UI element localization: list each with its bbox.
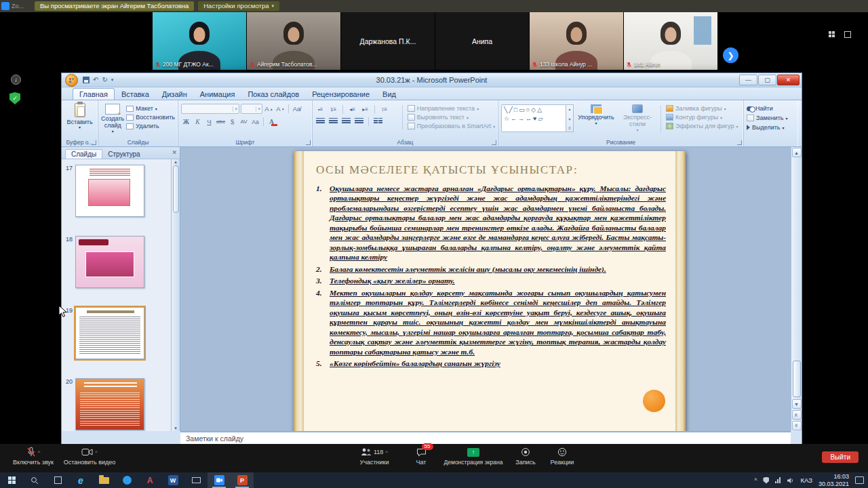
meeting-info-icon[interactable]: i [11,75,21,85]
taskbar-app-edge[interactable]: e [69,472,92,488]
taskbar-app-word[interactable]: W [161,472,184,488]
security-shield-icon[interactable] [763,477,769,484]
align-text-button[interactable]: Выровнять текст ▾ [408,114,495,121]
participant-video-tile[interactable]: 141 Айгул [624,12,717,70]
view-settings-button[interactable]: Настройки просмотра ▾ [198,1,279,11]
quick-styles-button[interactable]: Экспресс-стили ▾ [618,102,656,132]
dialog-launcher-icon[interactable] [306,140,311,145]
bold-button[interactable]: Ж [181,117,191,127]
slide-thumbnail-image[interactable] [75,378,144,430]
tab-design[interactable]: Дизайн [156,89,193,100]
tab-outline[interactable]: Структура [102,150,145,159]
language-indicator[interactable]: КАЗ [800,476,812,484]
align-right-button[interactable] [341,117,351,126]
taskbar-app-display[interactable] [184,472,208,488]
reset-button[interactable]: Восстановить [126,114,175,121]
taskbar-clock[interactable]: 16:03 30.03.2021 [818,473,849,487]
participant-video-tile[interactable]: 133 школа Айнур ... [530,12,623,70]
minimize-button[interactable]: — [739,75,757,85]
previous-slide-button[interactable]: « [792,410,802,420]
scrollbar-thumb[interactable] [173,165,179,213]
dialog-launcher-icon[interactable] [92,140,96,145]
participant-novideo-tile[interactable]: Анипа [435,12,529,70]
next-slide-button[interactable]: « [792,421,802,430]
replace-button[interactable]: Заменить ▾ [747,115,795,121]
tab-view[interactable]: Вид [376,89,402,100]
scrollbar-track[interactable] [792,158,802,399]
shapes-gallery[interactable]: ╲╱□▭○◇△☆←→↔♥▱ [501,104,566,132]
redo-icon[interactable]: ↻ [102,77,107,83]
tab-slides-thumbnails[interactable]: Слайды [65,149,102,159]
search-button[interactable] [23,472,46,488]
line-spacing-button[interactable]: ↕≡ [379,104,389,114]
fullscreen-icon[interactable] [844,31,851,38]
text-shadow-button[interactable]: S [227,117,237,127]
scroll-down-icon[interactable]: ▼ [174,426,178,430]
notes-pane[interactable]: Заметки к слайду [180,431,791,445]
participant-video-tile[interactable]: 200 МГ ДТЖО Ак... [153,12,246,70]
taskbar-app-powerpoint[interactable]: P [231,472,254,488]
shape-outline-button[interactable]: Контур фигуры ▾ [666,114,738,121]
gallery-view-icon[interactable] [829,31,836,38]
find-button[interactable]: Найти [747,105,795,112]
slide-thumbnail-image[interactable] [75,165,144,217]
shrink-font-button[interactable]: А▼ [275,104,285,114]
participants-button[interactable]: 118 ^ Участники [350,447,399,466]
align-center-button[interactable] [328,117,338,126]
participant-video-tile[interactable]: Айгерим Тасболатов... [247,12,340,70]
scrollbar-thumb[interactable] [793,361,801,397]
shapes-gallery-scrollbar[interactable]: ▴▾≡ [566,104,574,132]
chevron-up-icon[interactable]: ^ [95,449,98,455]
main-scrollbar[interactable]: ▲ ▼ « « [791,147,802,431]
start-button[interactable] [0,472,23,488]
participant-novideo-tile[interactable]: Даржанова П.К... [341,12,435,70]
select-button[interactable]: Выделить ▾ [747,124,795,131]
scroll-up-icon[interactable]: ▲ [174,160,178,164]
convert-smartart-button[interactable]: Преобразовать в SmartArt ▾ [408,123,495,129]
close-panel-icon[interactable]: ✕ [172,149,177,156]
new-slide-button[interactable]: Создать слайд ▾ [101,102,124,134]
speaker-icon[interactable] [787,477,794,484]
office-button[interactable] [65,74,78,87]
layout-button[interactable]: Макет ▾ [126,105,175,112]
thumbnails-scrollbar[interactable]: ▲ ▼ [171,159,180,431]
customize-qat-icon[interactable]: ▾ [111,77,114,83]
character-spacing-button[interactable]: AV [239,117,249,127]
chevron-up-icon[interactable]: ^ [385,449,388,455]
font-name-combo[interactable]: ▾ [181,104,239,114]
scroll-up-icon[interactable]: ▲ [792,148,802,157]
slide-thumbnail[interactable]: 19 [62,307,171,359]
slide-thumbnail[interactable]: 20 [62,378,171,430]
justify-button[interactable] [354,117,364,126]
network-signal-icon[interactable] [775,477,781,483]
next-participants-button[interactable]: ❯ [723,47,738,63]
tab-home[interactable]: Главная [73,88,115,100]
unmute-button[interactable]: ^ Включить звук [7,447,60,466]
numbering-button[interactable]: 1≡ [328,104,338,114]
slide-thumbnail[interactable]: 18 [62,236,171,288]
slide-thumbnail-image-selected[interactable] [75,307,144,359]
tab-animation[interactable]: Анимация [194,89,241,100]
taskbar-app-zoom[interactable] [208,472,231,488]
taskbar-app-browser[interactable] [115,472,138,488]
leave-meeting-button[interactable]: Выйти [822,451,859,463]
bullets-button[interactable]: •≡ [315,104,326,114]
save-icon[interactable] [83,77,90,83]
delete-button[interactable]: Удалить [126,123,175,129]
columns-button[interactable] [373,117,383,126]
strikethrough-button[interactable]: abc [216,117,226,127]
slide-thumbnail-image[interactable] [75,236,144,288]
decrease-indent-button[interactable]: ◂≡ [347,104,357,114]
underline-button[interactable]: Ч [204,117,214,127]
paste-button[interactable]: Вставить ▾ [65,103,95,130]
scroll-down-icon[interactable]: ▼ [792,399,802,409]
increase-indent-button[interactable]: ▸≡ [360,104,370,114]
maximize-button[interactable]: ▢ [758,75,776,85]
arrange-button[interactable]: Упорядочить ▾ [576,102,616,132]
italic-button[interactable]: К [193,117,203,127]
font-size-combo[interactable]: ▾ [241,104,262,114]
change-case-button[interactable]: Aa [250,117,260,127]
encryption-shield-icon[interactable]: ✓ [9,92,20,104]
clear-formatting-button[interactable]: Аа̸ [292,104,302,114]
dialog-launcher-icon[interactable] [492,140,496,145]
